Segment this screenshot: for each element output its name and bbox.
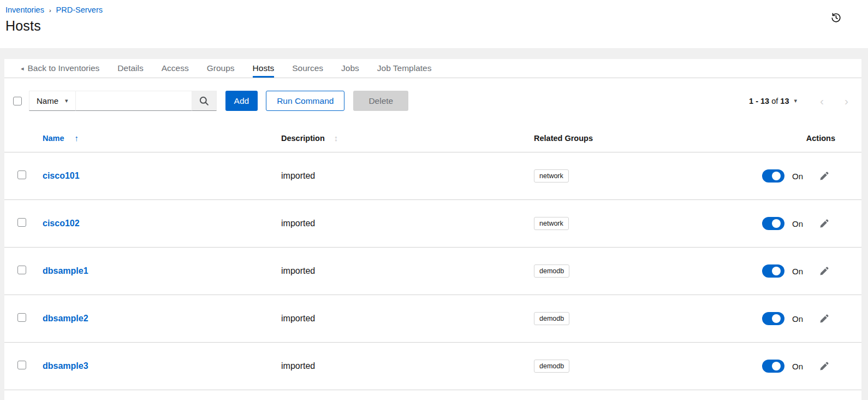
back-to-inventories-link[interactable]: ◂ Back to Inventories	[21, 59, 99, 78]
tab-access[interactable]: Access	[162, 59, 189, 78]
toggle-label: On	[792, 219, 803, 228]
sort-icon: ↕	[334, 133, 338, 143]
toggle-knob	[772, 219, 781, 228]
column-header-name[interactable]: Name ↑	[43, 133, 281, 143]
related-group-chip[interactable]: demodb	[534, 264, 569, 278]
row-checkbox[interactable]	[17, 218, 26, 227]
breadcrumb-link-prd-servers[interactable]: PRD-Servers	[56, 5, 103, 14]
search-input[interactable]	[76, 91, 192, 111]
toggle-label: On	[792, 267, 803, 276]
pencil-icon	[819, 222, 829, 230]
pagination-of-label: of	[771, 97, 778, 105]
host-name-link[interactable]: dbsample3	[43, 361, 88, 370]
edit-host-button[interactable]	[819, 267, 829, 276]
hosts-panel: ◂ Back to Inventories Details Access Gro…	[4, 59, 861, 400]
pagination-range: 1 - 13	[749, 97, 769, 105]
add-button[interactable]: Add	[225, 91, 258, 111]
back-arrow-icon: ◂	[21, 65, 24, 72]
toggle-knob	[772, 172, 781, 180]
row-checkbox[interactable]	[17, 313, 26, 322]
tab-jobs[interactable]: Jobs	[341, 59, 359, 78]
back-to-inventories-label: Back to Inventories	[28, 63, 100, 73]
tab-job-templates[interactable]: Job Templates	[377, 59, 432, 78]
table-row: dbsample1 imported demodb On	[4, 248, 861, 295]
select-all-checkbox[interactable]	[13, 97, 22, 105]
page-header: Inventories › PRD-Servers Hosts	[0, 0, 868, 48]
search-icon	[199, 96, 209, 106]
pencil-icon	[819, 364, 829, 373]
delete-button[interactable]: Delete	[353, 91, 408, 111]
chevron-down-icon: ▾	[65, 97, 68, 104]
toggle-knob	[772, 314, 781, 323]
host-name-link[interactable]: cisco102	[43, 219, 80, 228]
pagination: 1 - 13 of 13 ▾ ‹ ›	[749, 95, 848, 107]
host-enabled-toggle[interactable]	[762, 169, 784, 183]
breadcrumb-link-inventories[interactable]: Inventories	[5, 5, 44, 14]
table-row: dbsample2 imported demodb On	[4, 295, 861, 343]
related-group-chip[interactable]: demodb	[534, 360, 569, 373]
next-page-button[interactable]: ›	[845, 95, 848, 107]
chevron-down-icon: ▾	[794, 97, 797, 104]
breadcrumb: Inventories › PRD-Servers	[5, 5, 868, 14]
search-button[interactable]	[192, 91, 217, 111]
table-row: cisco101 imported network On	[4, 152, 861, 200]
host-description: imported	[281, 219, 534, 228]
column-header-description-label: Description	[281, 134, 325, 143]
toggle-label: On	[792, 314, 803, 323]
pencil-icon	[819, 174, 829, 183]
column-header-related-groups: Related Groups	[534, 134, 759, 143]
pencil-icon	[819, 269, 829, 278]
toggle-label: On	[792, 362, 803, 371]
filter-type-label: Name	[37, 96, 58, 105]
tab-sources[interactable]: Sources	[292, 59, 323, 78]
host-name-link[interactable]: dbsample2	[43, 314, 88, 323]
sort-ascending-icon: ↑	[75, 133, 79, 143]
tab-bar: ◂ Back to Inventories Details Access Gro…	[4, 59, 861, 78]
toggle-label: On	[792, 172, 803, 181]
filter-type-select[interactable]: Name ▾	[29, 91, 76, 111]
previous-page-button[interactable]: ‹	[820, 95, 824, 107]
edit-host-button[interactable]	[819, 219, 829, 228]
history-icon	[830, 17, 842, 25]
host-description: imported	[281, 361, 534, 371]
search-filter-group: Name ▾	[29, 91, 217, 111]
toggle-knob	[772, 267, 781, 275]
host-enabled-toggle[interactable]	[762, 360, 784, 373]
column-header-name-label: Name	[43, 134, 64, 143]
table-row: dbsample3 imported demodb On	[4, 343, 861, 390]
row-checkbox[interactable]	[17, 170, 26, 179]
breadcrumb-separator-icon: ›	[49, 7, 51, 14]
history-button[interactable]	[829, 11, 843, 25]
host-description: imported	[281, 314, 534, 323]
host-description: imported	[281, 266, 534, 276]
toggle-knob	[772, 362, 781, 370]
tab-details[interactable]: Details	[117, 59, 143, 78]
pencil-icon	[819, 317, 829, 325]
edit-host-button[interactable]	[819, 172, 829, 181]
related-group-chip[interactable]: network	[534, 217, 569, 230]
pagination-total: 13	[780, 97, 789, 105]
host-name-link[interactable]: dbsample1	[43, 266, 88, 275]
run-command-button[interactable]: Run Command	[266, 91, 344, 111]
host-enabled-toggle[interactable]	[762, 264, 784, 278]
table-header-row: Name ↑ Description ↕ Related Groups Acti…	[4, 124, 861, 152]
row-checkbox[interactable]	[17, 266, 26, 274]
edit-host-button[interactable]	[819, 314, 829, 323]
tab-hosts[interactable]: Hosts	[253, 59, 275, 78]
host-enabled-toggle[interactable]	[762, 217, 784, 230]
column-header-description[interactable]: Description ↕	[281, 133, 534, 143]
table-row: cisco102 imported network On	[4, 200, 861, 248]
column-header-actions: Actions	[759, 134, 848, 143]
host-name-link[interactable]: cisco101	[43, 171, 80, 180]
items-per-page-select[interactable]: 1 - 13 of 13 ▾	[749, 97, 797, 105]
page-title: Hosts	[5, 18, 868, 34]
host-description: imported	[281, 171, 534, 181]
related-group-chip[interactable]: demodb	[534, 312, 569, 325]
toolbar: Name ▾ Add Run Command Delete 1 - 13 of	[4, 78, 861, 124]
tab-groups[interactable]: Groups	[207, 59, 235, 78]
row-checkbox[interactable]	[17, 361, 26, 369]
related-group-chip[interactable]: network	[534, 169, 569, 183]
edit-host-button[interactable]	[819, 362, 829, 371]
host-enabled-toggle[interactable]	[762, 312, 784, 325]
